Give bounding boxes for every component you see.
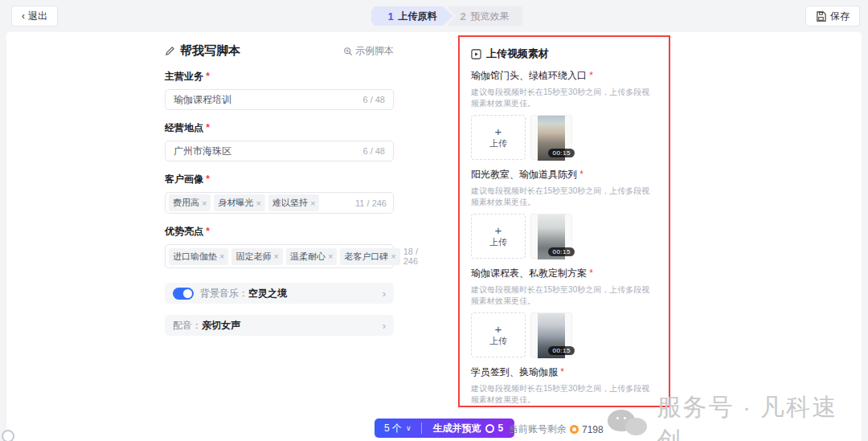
section-title: 阳光教室、瑜伽道具陈列 xyxy=(471,168,657,182)
background-music-row[interactable]: 背景音乐： 空灵之境 › xyxy=(165,283,394,304)
upload-section: 瑜伽馆门头、绿植环绕入口 建议每段视频时长在15秒至30秒之间，上传多段视频素材… xyxy=(471,69,657,160)
duration-badge: 00:15 xyxy=(548,247,575,256)
section-title: 瑜伽馆门头、绿植环绕入口 xyxy=(471,69,657,83)
customer-profile-label: 客户画像 xyxy=(165,173,394,186)
coin-icon xyxy=(485,424,494,433)
account-balance: 当前账号剩余 7198 xyxy=(509,423,604,436)
video-count-dropdown[interactable]: 5 个 ∨ xyxy=(375,422,421,435)
main-business-value: 瑜伽课程培训 xyxy=(174,93,231,107)
upload-section: 阳光教室、瑜伽道具陈列 建议每段视频时长在15秒至30秒之间，上传多段视频素材效… xyxy=(471,168,657,259)
video-thumbnail[interactable]: 00:15 xyxy=(530,115,572,160)
tag-label: 固定老师 xyxy=(235,251,271,263)
step-number: 1 xyxy=(387,10,393,22)
pencil-icon xyxy=(165,46,175,56)
step-label: 预览效果 xyxy=(471,10,510,23)
top-bar: ‹ 退出 1 上传原料 2 预览效果 保存 xyxy=(0,0,868,32)
upload-section: 学员签到、换瑜伽服 建议每段视频时长在15秒至30秒之间，上传多段视频素材效果更… xyxy=(471,365,657,407)
back-icon: ‹ xyxy=(22,10,25,22)
plus-icon: + xyxy=(495,126,502,137)
tag-close-icon[interactable]: × xyxy=(328,251,333,261)
voiceover-row[interactable]: 配音： 亲切女声 › xyxy=(165,315,394,336)
form-title-row: 帮我写脚本 xyxy=(165,43,240,59)
script-form: 帮我写脚本 示例脚本 主营业务 瑜伽课程培训 6 / 48 经营地点 广州市海珠… xyxy=(165,43,394,336)
tag-close-icon[interactable]: × xyxy=(273,251,278,261)
section-title: 瑜伽课程表、私教定制方案 xyxy=(471,267,657,280)
step-number: 2 xyxy=(460,10,465,22)
main-business-label: 主营业务 xyxy=(165,70,394,84)
tag-chip[interactable]: 费用高 × xyxy=(169,194,211,211)
video-icon xyxy=(471,49,481,59)
main-card: 帮我写脚本 示例脚本 主营业务 瑜伽课程培训 6 / 48 经营地点 广州市海珠… xyxy=(6,32,862,441)
tag-close-icon[interactable]: × xyxy=(256,198,260,208)
step-label: 上传原料 xyxy=(399,10,437,23)
customer-profile-input[interactable]: 费用高 × 身材曝光 × 难以坚持 × 11 / 246 xyxy=(165,192,394,214)
save-icon xyxy=(816,11,826,22)
exit-label: 退出 xyxy=(28,10,47,23)
tag-label: 费用高 xyxy=(173,197,199,209)
chevron-right-icon: › xyxy=(383,320,386,332)
tag-chip[interactable]: 固定老师 × xyxy=(231,248,282,265)
plus-icon: + xyxy=(495,225,502,236)
video-thumbnail[interactable]: 00:15 xyxy=(530,312,572,357)
exit-button[interactable]: ‹ 退出 xyxy=(11,6,58,27)
video-thumbnail[interactable]: 00:15 xyxy=(530,214,572,259)
plus-icon: + xyxy=(495,324,502,335)
tag-chip[interactable]: 温柔耐心 × xyxy=(286,248,337,265)
save-button[interactable]: 保存 xyxy=(805,6,860,27)
voiceover-label: 配音： xyxy=(173,319,202,333)
step-preview-effect[interactable]: 2 预览效果 xyxy=(447,6,522,26)
coin-icon xyxy=(570,425,579,434)
advantages-label: 优势亮点 xyxy=(165,225,394,239)
generate-button-group: 5 个 ∨ 生成并预览 5 xyxy=(375,419,514,438)
tag-close-icon[interactable]: × xyxy=(202,198,207,208)
upload-label: 上传 xyxy=(489,236,507,248)
tag-close-icon[interactable]: × xyxy=(219,251,224,261)
tag-label: 身材曝光 xyxy=(218,197,253,209)
section-hint: 建议每段视频时长在15秒至30秒之间，上传多段视频素材效果更佳。 xyxy=(471,284,657,307)
section-title: 学员签到、换瑜伽服 xyxy=(471,365,657,379)
upload-section: 瑜伽课程表、私教定制方案 建议每段视频时长在15秒至30秒之间，上传多段视频素材… xyxy=(471,267,657,357)
main-business-input[interactable]: 瑜伽课程培训 6 / 48 xyxy=(165,89,394,110)
upload-button[interactable]: + 上传 xyxy=(471,312,526,357)
duration-badge: 00:15 xyxy=(548,149,575,157)
tag-chip[interactable]: 身材曝光 × xyxy=(214,194,264,211)
tag-close-icon[interactable]: × xyxy=(310,198,315,208)
chevron-right-icon: › xyxy=(383,288,386,300)
voiceover-value: 亲切女声 xyxy=(202,319,240,333)
generate-label: 生成并预览 xyxy=(433,422,481,435)
location-input[interactable]: 广州市海珠区 6 / 48 xyxy=(165,141,394,161)
help-icon[interactable] xyxy=(2,430,14,441)
step-upload-materials[interactable]: 1 上传原料 xyxy=(371,6,453,26)
example-script-link[interactable]: 示例脚本 xyxy=(343,44,394,58)
generate-preview-button[interactable]: 生成并预览 5 xyxy=(422,422,515,435)
generate-cost: 5 xyxy=(498,423,504,434)
balance-label: 当前账号剩余 xyxy=(509,423,567,436)
example-script-label: 示例脚本 xyxy=(355,44,394,58)
form-title: 帮我写脚本 xyxy=(180,43,240,59)
char-counter: 18 / 246 xyxy=(403,247,418,266)
upload-label: 上传 xyxy=(489,335,507,347)
duration-badge: 00:15 xyxy=(548,346,575,355)
upload-label: 上传 xyxy=(489,137,507,149)
upload-video-panel: 上传视频素材 瑜伽馆门头、绿植环绕入口 建议每段视频时长在15秒至30秒之间，上… xyxy=(458,35,670,407)
chevron-down-icon: ∨ xyxy=(406,424,411,432)
section-hint: 建议每段视频时长在15秒至30秒之间，上传多段视频素材效果更佳。 xyxy=(471,186,657,208)
upload-button[interactable]: + 上传 xyxy=(471,214,526,259)
save-label: 保存 xyxy=(830,10,850,23)
watermark-text: 服务号 · 凡科速创 xyxy=(657,391,862,441)
magnifier-icon xyxy=(343,47,353,56)
tag-chip[interactable]: 难以坚持 × xyxy=(268,194,319,211)
location-value: 广州市海珠区 xyxy=(174,145,231,158)
tag-label: 进口瑜伽垫 xyxy=(173,251,217,263)
tag-label: 温柔耐心 xyxy=(290,251,326,263)
tag-chip[interactable]: 老客户口碑 × xyxy=(340,248,399,265)
tag-chip[interactable]: 进口瑜伽垫 × xyxy=(169,248,228,265)
upload-button[interactable]: + 上传 xyxy=(471,115,526,160)
tag-close-icon[interactable]: × xyxy=(391,251,395,261)
location-label: 经营地点 xyxy=(165,121,394,135)
music-toggle[interactable] xyxy=(173,288,194,300)
advantages-input[interactable]: 进口瑜伽垫 × 固定老师 × 温柔耐心 × 老客户口碑 × 18 / 246 xyxy=(165,244,394,268)
step-indicator: 1 上传原料 2 预览效果 xyxy=(371,6,522,26)
char-counter: 6 / 48 xyxy=(362,146,385,156)
char-counter: 6 / 48 xyxy=(362,95,385,104)
